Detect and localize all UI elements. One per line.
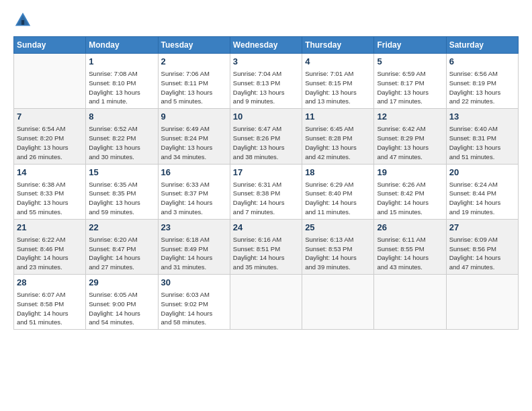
day-number: 27: [449, 222, 515, 234]
day-info: Sunrise: 6:33 AM Sunset: 8:37 PM Dayligh…: [161, 180, 227, 217]
day-info: Sunrise: 6:35 AM Sunset: 8:35 PM Dayligh…: [89, 180, 154, 217]
day-info: Sunrise: 6:16 AM Sunset: 8:51 PM Dayligh…: [233, 235, 299, 272]
svg-rect-2: [21, 20, 24, 25]
day-info: Sunrise: 6:07 AM Sunset: 8:58 PM Dayligh…: [17, 290, 83, 327]
day-info: Sunrise: 6:09 AM Sunset: 8:56 PM Dayligh…: [449, 235, 515, 272]
weekday-header-sunday: Sunday: [14, 37, 86, 54]
calendar-cell: 25Sunrise: 6:13 AM Sunset: 8:53 PM Dayli…: [302, 219, 374, 274]
calendar-cell: 5Sunrise: 6:59 AM Sunset: 8:17 PM Daylig…: [374, 54, 446, 109]
day-info: Sunrise: 6:31 AM Sunset: 8:38 PM Dayligh…: [233, 180, 299, 217]
calendar-cell: 13Sunrise: 6:40 AM Sunset: 8:31 PM Dayli…: [446, 109, 518, 164]
day-number: 25: [305, 222, 371, 234]
calendar-cell: [302, 275, 374, 330]
calendar-cell: [230, 275, 302, 330]
day-number: 24: [233, 222, 299, 234]
day-number: 15: [89, 167, 154, 179]
day-number: 10: [233, 111, 299, 123]
calendar-week-row: 28Sunrise: 6:07 AM Sunset: 8:58 PM Dayli…: [14, 275, 519, 330]
day-number: 13: [449, 111, 515, 123]
calendar-cell: 12Sunrise: 6:42 AM Sunset: 8:29 PM Dayli…: [374, 109, 446, 164]
calendar-cell: 11Sunrise: 6:45 AM Sunset: 8:28 PM Dayli…: [302, 109, 374, 164]
weekday-header-row: SundayMondayTuesdayWednesdayThursdayFrid…: [14, 37, 519, 54]
weekday-header-saturday: Saturday: [446, 37, 518, 54]
calendar-cell: [374, 275, 446, 330]
calendar-cell: 4Sunrise: 7:01 AM Sunset: 8:15 PM Daylig…: [302, 54, 374, 109]
calendar-cell: 14Sunrise: 6:38 AM Sunset: 8:33 PM Dayli…: [14, 164, 86, 219]
day-number: 28: [17, 277, 83, 289]
weekday-header-thursday: Thursday: [302, 37, 374, 54]
weekday-header-friday: Friday: [374, 37, 446, 54]
calendar-cell: [14, 54, 86, 109]
calendar-week-row: 7Sunrise: 6:54 AM Sunset: 8:20 PM Daylig…: [14, 109, 519, 164]
calendar-cell: 20Sunrise: 6:24 AM Sunset: 8:44 PM Dayli…: [446, 164, 518, 219]
calendar-cell: 2Sunrise: 7:06 AM Sunset: 8:11 PM Daylig…: [158, 54, 230, 109]
calendar: SundayMondayTuesdayWednesdayThursdayFrid…: [13, 36, 519, 330]
day-number: 7: [17, 111, 83, 123]
day-info: Sunrise: 6:18 AM Sunset: 8:49 PM Dayligh…: [161, 235, 227, 272]
page: SundayMondayTuesdayWednesdayThursdayFrid…: [0, 0, 532, 336]
day-info: Sunrise: 6:29 AM Sunset: 8:40 PM Dayligh…: [305, 180, 371, 217]
day-info: Sunrise: 6:22 AM Sunset: 8:46 PM Dayligh…: [17, 235, 83, 272]
calendar-cell: 18Sunrise: 6:29 AM Sunset: 8:40 PM Dayli…: [302, 164, 374, 219]
day-number: 26: [377, 222, 443, 234]
day-info: Sunrise: 6:45 AM Sunset: 8:28 PM Dayligh…: [305, 124, 371, 161]
calendar-cell: 16Sunrise: 6:33 AM Sunset: 8:37 PM Dayli…: [158, 164, 230, 219]
calendar-cell: 6Sunrise: 6:56 AM Sunset: 8:19 PM Daylig…: [446, 54, 518, 109]
calendar-cell: 27Sunrise: 6:09 AM Sunset: 8:56 PM Dayli…: [446, 219, 518, 274]
day-info: Sunrise: 6:40 AM Sunset: 8:31 PM Dayligh…: [449, 124, 515, 161]
day-info: Sunrise: 6:11 AM Sunset: 8:55 PM Dayligh…: [377, 235, 443, 272]
day-info: Sunrise: 7:06 AM Sunset: 8:11 PM Dayligh…: [161, 69, 227, 106]
day-number: 22: [89, 222, 154, 234]
day-number: 2: [161, 56, 227, 68]
day-number: 23: [161, 222, 227, 234]
day-number: 1: [89, 56, 154, 68]
day-info: Sunrise: 6:03 AM Sunset: 9:02 PM Dayligh…: [161, 290, 227, 327]
day-info: Sunrise: 6:20 AM Sunset: 8:47 PM Dayligh…: [89, 235, 154, 272]
day-number: 17: [233, 167, 299, 179]
day-info: Sunrise: 6:56 AM Sunset: 8:19 PM Dayligh…: [449, 69, 515, 106]
logo: [13, 11, 35, 30]
day-info: Sunrise: 7:04 AM Sunset: 8:13 PM Dayligh…: [233, 69, 299, 106]
day-info: Sunrise: 6:59 AM Sunset: 8:17 PM Dayligh…: [377, 69, 443, 106]
calendar-cell: 29Sunrise: 6:05 AM Sunset: 9:00 PM Dayli…: [86, 275, 158, 330]
calendar-cell: 1Sunrise: 7:08 AM Sunset: 8:10 PM Daylig…: [86, 54, 158, 109]
day-number: 14: [17, 167, 83, 179]
calendar-cell: 30Sunrise: 6:03 AM Sunset: 9:02 PM Dayli…: [158, 275, 230, 330]
day-number: 19: [377, 167, 443, 179]
day-info: Sunrise: 6:52 AM Sunset: 8:22 PM Dayligh…: [89, 124, 154, 161]
calendar-cell: 8Sunrise: 6:52 AM Sunset: 8:22 PM Daylig…: [86, 109, 158, 164]
calendar-cell: 10Sunrise: 6:47 AM Sunset: 8:26 PM Dayli…: [230, 109, 302, 164]
calendar-cell: 17Sunrise: 6:31 AM Sunset: 8:38 PM Dayli…: [230, 164, 302, 219]
calendar-cell: 19Sunrise: 6:26 AM Sunset: 8:42 PM Dayli…: [374, 164, 446, 219]
day-number: 21: [17, 222, 83, 234]
weekday-header-wednesday: Wednesday: [230, 37, 302, 54]
day-number: 29: [89, 277, 154, 289]
calendar-cell: 22Sunrise: 6:20 AM Sunset: 8:47 PM Dayli…: [86, 219, 158, 274]
logo-icon: [13, 11, 32, 30]
weekday-header-monday: Monday: [86, 37, 158, 54]
header: [13, 11, 519, 30]
calendar-cell: 7Sunrise: 6:54 AM Sunset: 8:20 PM Daylig…: [14, 109, 86, 164]
day-number: 5: [377, 56, 443, 68]
day-number: 3: [233, 56, 299, 68]
calendar-week-row: 21Sunrise: 6:22 AM Sunset: 8:46 PM Dayli…: [14, 219, 519, 274]
day-number: 4: [305, 56, 371, 68]
day-number: 6: [449, 56, 515, 68]
calendar-cell: 24Sunrise: 6:16 AM Sunset: 8:51 PM Dayli…: [230, 219, 302, 274]
day-info: Sunrise: 6:42 AM Sunset: 8:29 PM Dayligh…: [377, 124, 443, 161]
day-info: Sunrise: 6:24 AM Sunset: 8:44 PM Dayligh…: [449, 180, 515, 217]
day-number: 16: [161, 167, 227, 179]
day-info: Sunrise: 7:01 AM Sunset: 8:15 PM Dayligh…: [305, 69, 371, 106]
calendar-cell: 28Sunrise: 6:07 AM Sunset: 8:58 PM Dayli…: [14, 275, 86, 330]
day-number: 30: [161, 277, 227, 289]
day-info: Sunrise: 6:13 AM Sunset: 8:53 PM Dayligh…: [305, 235, 371, 272]
weekday-header-tuesday: Tuesday: [158, 37, 230, 54]
day-number: 8: [89, 111, 154, 123]
day-number: 9: [161, 111, 227, 123]
calendar-week-row: 1Sunrise: 7:08 AM Sunset: 8:10 PM Daylig…: [14, 54, 519, 109]
day-info: Sunrise: 7:08 AM Sunset: 8:10 PM Dayligh…: [89, 69, 154, 106]
calendar-cell: [446, 275, 518, 330]
day-info: Sunrise: 6:05 AM Sunset: 9:00 PM Dayligh…: [89, 290, 154, 327]
calendar-cell: 26Sunrise: 6:11 AM Sunset: 8:55 PM Dayli…: [374, 219, 446, 274]
calendar-week-row: 14Sunrise: 6:38 AM Sunset: 8:33 PM Dayli…: [14, 164, 519, 219]
